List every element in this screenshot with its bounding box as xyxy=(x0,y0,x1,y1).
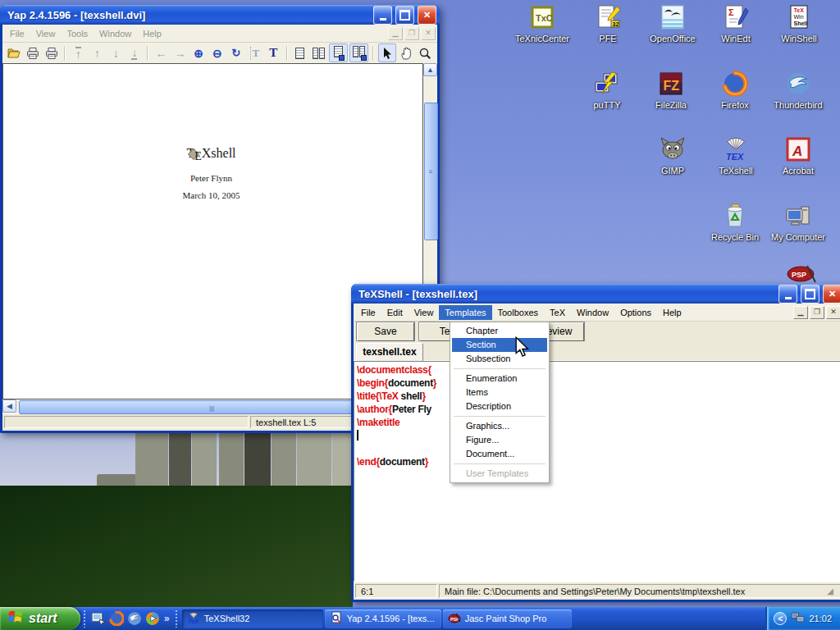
menu-item-graphics[interactable]: Graphics... xyxy=(452,419,547,433)
texshell-minimize-button[interactable] xyxy=(778,285,797,304)
printsetup-button[interactable] xyxy=(43,44,61,62)
hand-button[interactable] xyxy=(398,44,415,62)
menu-item-subsection[interactable]: Subsection xyxy=(452,352,547,366)
menu-item-chapter[interactable]: Chapter xyxy=(452,324,547,338)
taskbar-button-texshell[interactable]: TeXTeXShell32 xyxy=(182,609,323,628)
menu-item-figure[interactable]: Figure... xyxy=(452,433,547,447)
taskbar-button-label: Jasc Paint Shop Pro xyxy=(465,614,547,623)
vertical-scroll-thumb[interactable]: ≡ xyxy=(424,103,438,240)
texshell-menu-toolboxes[interactable]: Toolboxes xyxy=(492,305,545,320)
yap-close-button[interactable]: ✕ xyxy=(418,6,436,25)
texshell-menu-view[interactable]: View xyxy=(409,305,440,320)
yap-menu-file[interactable]: File xyxy=(4,26,30,41)
texshell-menu-file[interactable]: File xyxy=(355,305,381,320)
onepage-button[interactable] xyxy=(292,44,309,62)
taskbar-button-psp[interactable]: PSPJasc Paint Shop Pro xyxy=(443,609,572,628)
forward-button[interactable]: → xyxy=(171,44,189,62)
taskbar-grip[interactable] xyxy=(175,609,179,628)
tab-texshell-tex[interactable]: texshell.tex xyxy=(356,343,423,361)
yap-mdi-restore-button[interactable]: ❐ xyxy=(404,27,419,40)
select-button[interactable] xyxy=(378,43,397,62)
twopage-button[interactable] xyxy=(310,44,327,62)
yap-menu-items: FileViewToolsWindowHelp xyxy=(4,26,167,41)
texshell-menu-edit[interactable]: Edit xyxy=(381,305,409,320)
menu-separator xyxy=(454,368,546,369)
texshell-menu-window[interactable]: Window xyxy=(571,305,614,320)
zoomin-button[interactable]: ⊕ xyxy=(190,44,208,62)
desktop-icon-thunderbird[interactable]: Thunderbird xyxy=(767,71,829,110)
back-button[interactable]: ← xyxy=(153,44,170,62)
texshell-menu-options[interactable]: Options xyxy=(614,305,657,320)
desktop-icon-putty[interactable]: puTTY xyxy=(576,71,638,110)
yap-titlebar[interactable]: Yap 2.4.1596 - [texshell.dvi] ✕ xyxy=(0,5,440,25)
quicklaunch-overflow-chevron[interactable]: » xyxy=(162,613,172,624)
texshell-menu-help[interactable]: Help xyxy=(657,305,687,320)
yap-menu-view[interactable]: View xyxy=(30,26,62,41)
start-button[interactable]: > start xyxy=(0,607,80,630)
desktop-icon-pfe[interactable]: 32PFE xyxy=(577,4,639,43)
desktop-icon-label: Acrobat xyxy=(767,166,829,176)
magnifier-button[interactable] xyxy=(417,44,434,62)
pagesfloppy-button[interactable] xyxy=(349,43,368,62)
yap-menu-window[interactable]: Window xyxy=(94,26,137,41)
gobottom-button[interactable]: ↓ xyxy=(126,44,144,62)
save-button[interactable]: Save xyxy=(357,322,414,341)
yap-mdi-close-button[interactable]: ✕ xyxy=(421,27,436,40)
texshell-mdi-restore-button[interactable]: ❐ xyxy=(810,306,824,319)
network-tray-icon[interactable] xyxy=(791,610,805,628)
menu-item-document[interactable]: Document... xyxy=(452,447,547,461)
yap-status-empty-panel xyxy=(4,416,249,428)
tray-collapse-chevron[interactable]: < xyxy=(774,612,787,625)
scroll-left-button[interactable]: ◀ xyxy=(2,399,16,413)
thunderbird-icon[interactable] xyxy=(127,611,142,626)
print-button[interactable] xyxy=(25,44,42,62)
desktop-icon-label: Recycle Bin xyxy=(704,232,766,242)
media-player-icon[interactable] xyxy=(145,611,160,626)
taskbar-button-label: Yap 2.4.1596 - [texs... xyxy=(347,614,435,623)
desktop-icon-firefox[interactable]: Firefox xyxy=(704,71,766,110)
goup-button[interactable]: ↑ xyxy=(89,44,106,62)
desktop-icon-winedt[interactable]: ΣWinEdt xyxy=(705,4,767,43)
godown-button[interactable]: ↓ xyxy=(107,44,125,62)
open-button[interactable] xyxy=(6,44,23,62)
desktop-icon-texshell[interactable]: TEXTeXshell xyxy=(705,136,767,176)
desktop-icon-openoffice[interactable]: OpenOffice xyxy=(641,4,704,43)
yap-menu-help[interactable]: Help xyxy=(137,26,167,41)
desktop-icon-texniccenter[interactable]: TxCTeXnicCenter xyxy=(511,4,573,43)
firefox-icon[interactable] xyxy=(109,611,124,626)
desktop-icon-winshell[interactable]: TeXWinShellWinShell xyxy=(768,4,830,43)
texshell-menu-templates[interactable]: Templates xyxy=(439,305,491,320)
scroll-up-button[interactable]: ▲ xyxy=(423,63,437,76)
yap-minimize-button[interactable] xyxy=(373,6,392,25)
yap-maximize-button[interactable] xyxy=(395,6,414,25)
measure-button[interactable]: T xyxy=(246,44,263,62)
pagefloppy-button[interactable] xyxy=(329,43,348,62)
menu-item-section[interactable]: Section xyxy=(452,338,547,352)
texshell-mdi-minimize-button[interactable]: ▁ xyxy=(793,306,808,319)
text-button[interactable]: T xyxy=(265,44,282,62)
refresh-button[interactable]: ↻ xyxy=(227,44,244,62)
desktop-icon-acrobat[interactable]: AAcrobat xyxy=(767,136,829,176)
horizontal-scroll-thumb[interactable]: ||| xyxy=(19,400,404,414)
desktop-icon-recyclebin[interactable]: Recycle Bin xyxy=(704,203,766,242)
desktop-icon-mycomputer[interactable]: My Computer xyxy=(767,203,829,242)
texshell-mdi-close-button[interactable]: ✕ xyxy=(826,306,840,319)
texshell-editor[interactable]: \documentclass{\begin{document}\title{\T… xyxy=(354,361,840,582)
desktop-icon-filezilla[interactable]: FZFileZilla xyxy=(640,71,702,110)
texshell-close-button[interactable]: ✕ xyxy=(823,285,840,304)
texshell-menu-tex[interactable]: TeX xyxy=(544,305,571,320)
taskbar-grip[interactable] xyxy=(83,609,87,628)
menu-item-items[interactable]: Items xyxy=(452,386,547,399)
gotop-button[interactable]: ↑ xyxy=(70,44,87,62)
texshell-maximize-button[interactable] xyxy=(801,285,819,304)
texshell-titlebar[interactable]: TeX TeXShell - [texshell.tex] ✕ xyxy=(351,284,840,304)
yap-menu-tools[interactable]: Tools xyxy=(61,26,94,41)
zoomout-button[interactable]: ⊖ xyxy=(209,44,226,62)
taskbar-button-yap[interactable]: Yap 2.4.1596 - [texs... xyxy=(325,609,441,628)
yap-mdi-minimize-button[interactable]: ▁ xyxy=(388,27,403,40)
menu-item-description[interactable]: Description xyxy=(452,399,547,413)
desktop-icon-gimp[interactable]: GIMP xyxy=(641,136,704,176)
resize-grip[interactable]: ◢ xyxy=(827,587,833,596)
menu-item-enumeration[interactable]: Enumeration xyxy=(452,372,547,386)
show-desktop-icon[interactable] xyxy=(91,611,106,626)
